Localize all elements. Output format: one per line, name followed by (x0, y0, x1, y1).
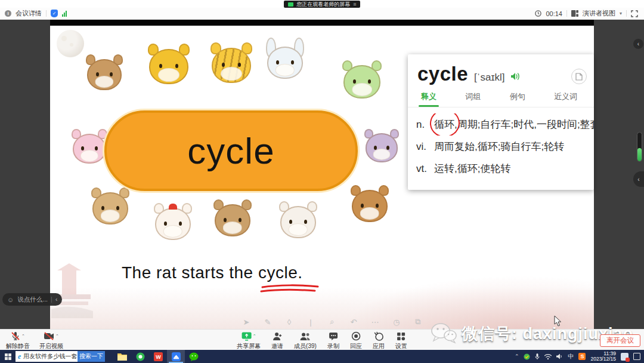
wechat-taskbar-icon[interactable] (185, 350, 203, 363)
view-mode-selector[interactable]: 演讲者视图 (583, 9, 615, 18)
slide-word: cycle (187, 130, 274, 172)
leave-meeting-button[interactable]: 离开会议 (600, 334, 640, 347)
chat-input-placeholder[interactable]: 说点什么... (17, 296, 48, 304)
annotation-undo-icon[interactable]: ↶ (349, 318, 358, 327)
pavilion-painting (51, 253, 93, 318)
divider (626, 10, 627, 17)
red-circle-annotation: 循环 (434, 113, 454, 136)
action-center-icon[interactable] (633, 353, 640, 360)
slide-black-strip (50, 20, 594, 26)
dictionary-panel: cycle [ˈsaɪkl] 释义 词组 例句 近义词 n.循环,周期;自行车;… (408, 54, 594, 190)
tray-badge-app-icon[interactable] (621, 353, 628, 361)
list-menu-icon[interactable]: ≡ (353, 1, 355, 8)
search-submit-button[interactable]: 搜索一下 (78, 351, 105, 362)
mouse-cursor (554, 315, 562, 327)
collapse-panel-button[interactable]: ‹ (633, 39, 643, 49)
file-explorer-icon[interactable] (113, 350, 131, 363)
invite-button[interactable]: 邀请 (271, 331, 283, 350)
animal-ox (149, 49, 188, 84)
definition-row: vt.运转,循环;使轮转 (416, 158, 594, 180)
tab-definitions[interactable]: 释义 (421, 91, 436, 107)
meeting-app-icon[interactable] (167, 350, 185, 363)
security-shield-icon[interactable]: ✓ (51, 10, 58, 17)
wechat-logo-icon (431, 322, 457, 345)
slide-sentence: The rat starts the cycle. (122, 263, 303, 282)
apps-grid-icon (397, 332, 405, 341)
apps-button[interactable]: 设置 (395, 331, 407, 350)
search-query-text[interactable]: 用友软件多少钱一套 (23, 352, 78, 361)
annotation-divider: | (306, 318, 315, 327)
annotation-timer-icon[interactable]: ◷ (392, 318, 401, 327)
chevron-down-icon: ▾ (620, 11, 622, 16)
sogou-ime-icon[interactable]: S (578, 353, 586, 360)
wps-icon[interactable]: W (149, 350, 167, 363)
animal-rat (87, 59, 122, 90)
share-options-caret[interactable]: ⌃ (253, 334, 256, 339)
tray-mic-icon[interactable] (535, 353, 540, 360)
reaction-button[interactable]: 应用 (373, 331, 385, 350)
chat-button[interactable]: 录制 (327, 331, 339, 350)
pronounce-speaker-icon[interactable] (510, 72, 520, 81)
members-button[interactable]: 成员(39) (294, 331, 317, 350)
start-button[interactable] (0, 350, 16, 363)
red-underline-annotation (260, 284, 320, 294)
taskbar-date: 2023/12/15 (590, 356, 616, 362)
annotation-cursor-icon[interactable]: ➤ (242, 318, 250, 327)
word-banner: cycle (104, 110, 358, 191)
volume-slider[interactable] (637, 132, 642, 162)
mic-muted-icon (11, 331, 20, 341)
divider (51, 297, 52, 303)
annotation-eraser-icon[interactable]: ◊ (285, 318, 293, 327)
dictionary-phonetic: [ˈsaɪkl] (474, 72, 504, 84)
animal-horse (352, 190, 388, 222)
tab-synonyms[interactable]: 近义词 (554, 91, 577, 107)
tab-phrases[interactable]: 词组 (465, 91, 481, 107)
annotation-pen-icon[interactable]: ✎ (264, 318, 272, 327)
tab-examples[interactable]: 例句 (510, 91, 525, 107)
fullscreen-icon[interactable] (631, 10, 638, 17)
tray-speaker-icon[interactable] (556, 353, 563, 359)
share-screen-icon (242, 332, 252, 341)
screen-share-pill[interactable]: 您正在观看老师的屏幕 ≡ (284, 1, 360, 8)
annotation-zoom-icon[interactable]: ⌕ (328, 317, 336, 327)
browser-360-icon[interactable] (131, 350, 149, 363)
chat-quick-bar[interactable]: ☺ 说点什么... ‹ (2, 293, 62, 306)
annotation-more-icon[interactable]: ⋯ (371, 318, 379, 327)
collapse-chat-icon[interactable]: ‹ (55, 296, 57, 303)
moon-graphic (57, 30, 84, 57)
animal-pig (73, 134, 106, 164)
animal-sheep (280, 206, 316, 238)
emoji-icon[interactable]: ☺ (7, 296, 14, 303)
tray-app-icon[interactable] (524, 353, 530, 360)
divider (566, 10, 567, 17)
definition-row: n.循环,周期;自行车;时代,一段时间;整套 (416, 113, 594, 136)
clock-icon (535, 10, 541, 17)
shared-screen-stage: cycle The rat starts the cycle. ➤ ✎ ◊ | … (0, 20, 644, 329)
tray-expand-icon[interactable]: ⌃ (515, 353, 519, 359)
unmute-button[interactable]: ⌃ 解除静音 (6, 331, 30, 350)
members-icon (300, 332, 311, 341)
start-video-button[interactable]: ⌃ 开启视频 (39, 331, 63, 350)
tray-network-icon[interactable] (544, 353, 552, 359)
meeting-details-button[interactable]: 会议详情 (16, 9, 42, 18)
animal-monkey (215, 204, 250, 236)
animal-rooster (155, 208, 191, 240)
record-icon (351, 331, 361, 341)
camera-off-icon (44, 332, 54, 340)
record-button[interactable]: 回应 (350, 331, 362, 350)
taskbar-search-box[interactable]: e 用友软件多少钱一套 搜索一下 (16, 351, 105, 362)
animal-dragon (343, 65, 380, 99)
video-options-caret[interactable]: ⌃ (55, 334, 59, 339)
invite-person-icon (273, 332, 282, 341)
share-screen-button[interactable]: ⌃ 共享屏幕 (237, 331, 261, 350)
screen-share-icon (288, 2, 293, 7)
export-note-icon[interactable] (571, 69, 587, 84)
mic-options-caret[interactable]: ⌃ (21, 334, 25, 339)
network-signal-icon[interactable] (62, 11, 67, 17)
svg-text:W: W (156, 354, 161, 360)
dictionary-word: cycle (417, 63, 468, 85)
annotation-screens-icon[interactable]: ⧉ (414, 317, 422, 327)
info-icon: i (5, 10, 11, 17)
taskbar-clock[interactable]: 11:39 2023/12/15 (590, 351, 616, 362)
ime-indicator[interactable]: 中 (568, 352, 574, 361)
